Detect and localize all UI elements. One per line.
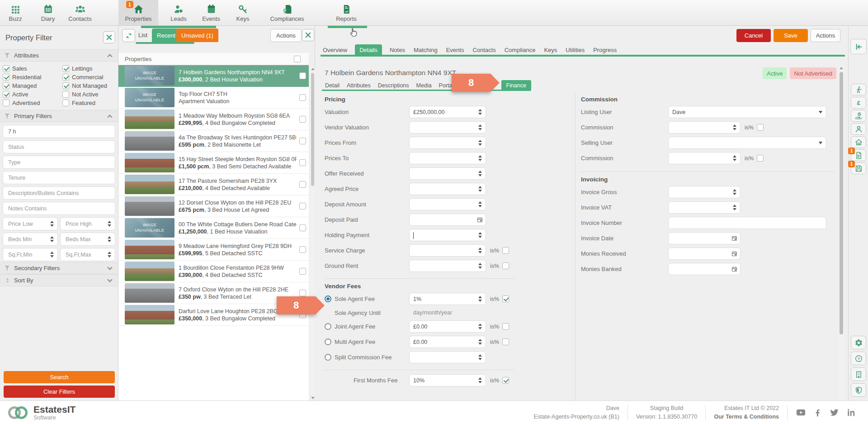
tab-unsaved[interactable]: Unsaved (1): [176, 29, 218, 42]
filter-close-icon[interactable]: [103, 31, 115, 43]
cancel-button[interactable]: Cancel: [736, 29, 771, 42]
filter-checkbox-active[interactable]: Active: [3, 91, 62, 98]
multi-agent-fee-input[interactable]: [409, 336, 486, 348]
spinner[interactable]: [475, 229, 486, 241]
property-list-item[interactable]: 1 Meadow Way Melbourn Royston SG8 6EA £2…: [118, 109, 309, 130]
listing-user-select[interactable]: Dave: [668, 106, 826, 118]
row-checkbox[interactable]: [299, 159, 306, 166]
hand-money-icon[interactable]: $: [851, 110, 866, 122]
nav-item-contacts[interactable]: Contacts: [65, 0, 95, 25]
checkbox[interactable]: [62, 100, 69, 106]
spinner[interactable]: [475, 183, 486, 195]
tab-notes[interactable]: Notes: [389, 44, 406, 56]
row-checkbox[interactable]: [299, 138, 306, 144]
filter-checkbox-not-active[interactable]: Not Active: [62, 91, 115, 98]
valuation-input[interactable]: [409, 106, 486, 118]
checkbox[interactable]: [3, 65, 9, 72]
tab-matching[interactable]: Matching: [413, 44, 439, 56]
property-list-item[interactable]: IMAGE UNAVAILABLE 00 The White Cottage B…: [118, 217, 309, 239]
linkedin-icon[interactable]: [846, 407, 856, 418]
property-list-item[interactable]: IMAGE UNAVAILABLE Top Floor CH7 5TH Apar…: [118, 87, 309, 109]
select-all-checkbox[interactable]: [294, 56, 301, 62]
refresh-icon[interactable]: [122, 29, 135, 42]
list-close-icon[interactable]: [302, 29, 314, 41]
terms-link[interactable]: Our Terms & Conditions: [714, 413, 779, 421]
tab-events[interactable]: Events: [445, 44, 465, 56]
filter-search-button[interactable]: Search: [4, 371, 115, 383]
tab-progress[interactable]: Progress: [592, 44, 618, 56]
property-list-item[interactable]: 1 Bourdillon Close Fenstanton PE28 9HW £…: [118, 261, 309, 282]
sq-ft-min-input[interactable]: [3, 248, 58, 261]
property-list-item[interactable]: 9 Meadow Lane Hemingford Grey PE28 9DH £…: [118, 239, 309, 261]
spinner[interactable]: [475, 122, 486, 133]
nav-item-keys[interactable]: Keys: [231, 0, 255, 25]
spinner[interactable]: [729, 202, 740, 213]
spinner[interactable]: [47, 248, 57, 261]
row-checkbox[interactable]: [299, 246, 306, 253]
checkbox[interactable]: [62, 74, 69, 81]
invoice-date-input[interactable]: [668, 232, 741, 244]
tab-list[interactable]: List: [138, 32, 147, 38]
spinner[interactable]: [475, 137, 486, 148]
list-actions-button[interactable]: Actions: [270, 29, 302, 42]
deposit-amount-input[interactable]: [409, 198, 486, 210]
prices-to-input[interactable]: [409, 152, 486, 164]
spinner[interactable]: [475, 106, 486, 118]
sq-ft-max-input[interactable]: [60, 248, 115, 261]
gear-icon[interactable]: [851, 336, 866, 349]
tab-overview[interactable]: Overview: [322, 44, 348, 56]
row-checkbox[interactable]: [299, 94, 306, 101]
deposit-paid-input[interactable]: [409, 214, 486, 226]
filter-checkbox-managed[interactable]: Managed: [3, 82, 62, 89]
monies-banked-input[interactable]: [668, 263, 741, 275]
spinner[interactable]: [47, 218, 57, 230]
spinner[interactable]: [475, 199, 486, 210]
status-input[interactable]: [3, 140, 115, 153]
row-checkbox[interactable]: [299, 203, 306, 210]
invoice-gross-input[interactable]: [668, 186, 741, 198]
detail-actions-button[interactable]: Actions: [811, 29, 840, 42]
tab-contacts[interactable]: Contacts: [472, 44, 496, 56]
checkbox[interactable]: [3, 82, 9, 89]
spinner[interactable]: [475, 293, 486, 305]
calendar-icon[interactable]: [728, 235, 740, 242]
nav-item-buzz[interactable]: Buzz: [4, 0, 27, 25]
checkbox[interactable]: [62, 65, 69, 72]
nav-item-properties[interactable]: 1 Properties: [118, 0, 158, 25]
filter-checkbox-advertised[interactable]: Advertised: [3, 100, 62, 106]
is-percent-checkbox[interactable]: [502, 323, 509, 330]
nav-item-leads[interactable]: Leads: [165, 0, 192, 25]
shield-icon[interactable]: [851, 383, 866, 397]
tab-keys[interactable]: Keys: [543, 44, 558, 56]
subtab-attributes[interactable]: Attributes: [346, 81, 371, 91]
is-percent-checkbox[interactable]: [502, 338, 509, 345]
prices-from-input[interactable]: [409, 137, 486, 149]
calendar-icon[interactable]: [474, 216, 486, 223]
checkbox[interactable]: [62, 82, 69, 89]
row-checkbox[interactable]: [299, 290, 306, 296]
checkbox[interactable]: [3, 74, 9, 81]
tab-details[interactable]: Details: [355, 44, 382, 56]
twitter-icon[interactable]: [829, 407, 840, 418]
service-charge-input[interactable]: [409, 244, 486, 257]
spinner[interactable]: [475, 152, 486, 164]
price-low-input[interactable]: [3, 217, 58, 230]
checkbox[interactable]: [62, 91, 69, 98]
property-list-item[interactable]: 15 Hay Street Steeple Morden Royston SG8…: [118, 152, 309, 174]
is-percent-checkbox[interactable]: [757, 155, 764, 162]
beds-min-input[interactable]: [3, 233, 58, 246]
date-placeholder[interactable]: day/month/year: [409, 310, 486, 316]
selling-user-select[interactable]: [668, 137, 826, 149]
is-percent-checkbox[interactable]: [502, 295, 509, 302]
offer-received-input[interactable]: [409, 167, 486, 180]
agreed-price-input[interactable]: [409, 183, 486, 195]
checkbox[interactable]: [3, 91, 9, 98]
detail-scrollbar[interactable]: [839, 66, 844, 424]
notes-contains-input[interactable]: [3, 202, 115, 215]
is-percent-checkbox[interactable]: [757, 124, 764, 131]
building-icon[interactable]: [851, 367, 866, 381]
collapse-left-icon[interactable]: [850, 39, 867, 54]
is-percent-checkbox[interactable]: [502, 377, 509, 384]
invoice-number-input[interactable]: [668, 217, 826, 229]
property-list-item[interactable]: 17 The Pasture Somersham PE28 3YX £210,0…: [118, 174, 309, 195]
